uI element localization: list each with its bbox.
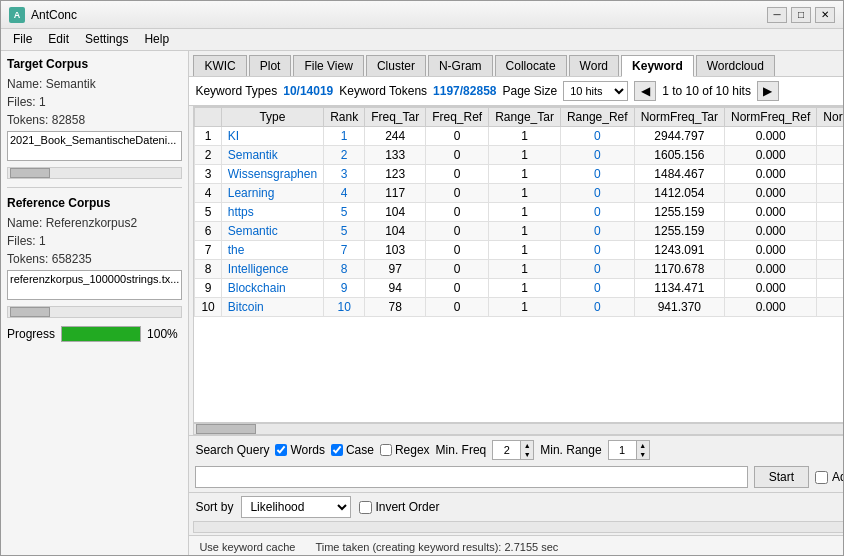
cell-num: 1 — [195, 127, 221, 146]
maximize-button[interactable]: □ — [791, 7, 811, 23]
min-range-up[interactable]: ▲ — [637, 441, 649, 450]
cache-label: Use keyword cache — [199, 541, 295, 553]
cell-num: 10 — [195, 298, 221, 317]
target-file-list[interactable]: 2021_Book_SemantischeDateni... — [7, 131, 182, 161]
tab-plot[interactable]: Plot — [249, 55, 292, 76]
target-corpus-title: Target Corpus — [7, 57, 182, 71]
table-row[interactable]: 9 Blockchain 9 94 0 1 0 1134.471 0.000 — [195, 279, 844, 298]
menu-settings[interactable]: Settings — [77, 31, 136, 48]
cell-num: 9 — [195, 279, 221, 298]
cell-type: Learning — [221, 184, 323, 203]
cell-num: 7 — [195, 241, 221, 260]
bottom-scroll[interactable] — [193, 521, 844, 533]
cell-rangetar: 1 — [489, 203, 561, 222]
cell-normrange — [817, 241, 844, 260]
min-freq-up[interactable]: ▲ — [521, 441, 533, 450]
table-row[interactable]: 10 Bitcoin 10 78 0 1 0 941.370 0.000 — [195, 298, 844, 317]
next-page-button[interactable]: ▶ — [757, 81, 779, 101]
tab-wordcloud[interactable]: Wordcloud — [696, 55, 775, 76]
tab-ngram[interactable]: N-Gram — [428, 55, 493, 76]
cell-rank: 10 — [324, 298, 365, 317]
cell-normfreqref: 0.000 — [725, 203, 817, 222]
tab-keyword[interactable]: Keyword — [621, 55, 694, 77]
cell-normfreqtar: 941.370 — [634, 298, 724, 317]
min-freq-spinner-btns: ▲ ▼ — [520, 440, 534, 460]
table-row[interactable]: 1 KI 1 244 0 1 0 2944.797 0.000 — [195, 127, 844, 146]
close-button[interactable]: ✕ — [815, 7, 835, 23]
words-checkbox[interactable] — [275, 444, 287, 456]
words-label: Words — [290, 443, 324, 457]
cell-normrange — [817, 203, 844, 222]
table-row[interactable]: 2 Semantik 2 133 0 1 0 1605.156 0.000 — [195, 146, 844, 165]
sort-by-label: Sort by — [195, 500, 233, 514]
table-row[interactable]: 5 https 5 104 0 1 0 1255.159 0.000 — [195, 203, 844, 222]
regex-checkbox[interactable] — [380, 444, 392, 456]
table-row[interactable]: 6 Semantic 5 104 0 1 0 1255.159 0.000 — [195, 222, 844, 241]
table-row[interactable]: 3 Wissensgraphen 3 123 0 1 0 1484.467 0.… — [195, 165, 844, 184]
min-range-down[interactable]: ▼ — [637, 450, 649, 459]
data-table-container[interactable]: Type Rank Freq_Tar Freq_Ref Range_Tar Ra… — [193, 106, 844, 423]
menu-edit[interactable]: Edit — [40, 31, 77, 48]
cell-rank: 5 — [324, 203, 365, 222]
menu-help[interactable]: Help — [136, 31, 177, 48]
cell-num: 3 — [195, 165, 221, 184]
sort-select[interactable]: Likelihood Frequency Range Type — [241, 496, 351, 518]
tab-word[interactable]: Word — [569, 55, 619, 76]
min-freq-input[interactable] — [492, 440, 520, 460]
search-input[interactable] — [195, 466, 747, 488]
cell-rangetar: 1 — [489, 165, 561, 184]
target-scrollbar-thumb[interactable] — [10, 168, 50, 178]
cell-rangetar: 1 — [489, 222, 561, 241]
adv-search-label: Adv Search — [815, 470, 844, 484]
target-scrollbar[interactable] — [7, 167, 182, 179]
col-rank: Rank — [324, 108, 365, 127]
cell-rangetar: 1 — [489, 184, 561, 203]
adv-search-checkbox[interactable] — [815, 471, 828, 484]
min-range-input[interactable] — [608, 440, 636, 460]
ref-scrollbar[interactable] — [7, 306, 182, 318]
cell-rangetar: 1 — [489, 298, 561, 317]
sort-row: Sort by Likelihood Frequency Range Type … — [189, 492, 844, 521]
col-normrange: NormRange — [817, 108, 844, 127]
cell-rangeref: 0 — [560, 298, 634, 317]
invert-order-checkbox[interactable] — [359, 501, 372, 514]
progress-label: Progress — [7, 327, 55, 341]
case-label: Case — [346, 443, 374, 457]
title-bar-left: A AntConc — [9, 7, 77, 23]
col-type: Type — [221, 108, 323, 127]
cell-rangetar: 1 — [489, 146, 561, 165]
cell-normfreqtar: 1170.678 — [634, 260, 724, 279]
cell-num: 4 — [195, 184, 221, 203]
progress-fill — [62, 327, 140, 341]
hits-select[interactable]: 10 hits 20 hits 50 hits 100 hits — [563, 81, 628, 101]
tab-collocate[interactable]: Collocate — [495, 55, 567, 76]
cell-normrange — [817, 222, 844, 241]
table-hscroll-thumb[interactable] — [196, 424, 256, 434]
table-row[interactable]: 7 the 7 103 0 1 0 1243.091 0.000 — [195, 241, 844, 260]
case-checkbox[interactable] — [331, 444, 343, 456]
cell-rangeref: 0 — [560, 222, 634, 241]
start-button[interactable]: Start — [754, 466, 809, 488]
tab-cluster[interactable]: Cluster — [366, 55, 426, 76]
search-combo-row: Start Adv Search — [189, 464, 844, 492]
cell-type: Bitcoin — [221, 298, 323, 317]
minimize-button[interactable]: ─ — [767, 7, 787, 23]
table-hscroll[interactable] — [193, 423, 844, 435]
cell-normfreqref: 0.000 — [725, 260, 817, 279]
menu-file[interactable]: File — [5, 31, 40, 48]
cell-rank: 7 — [324, 241, 365, 260]
cell-rank: 3 — [324, 165, 365, 184]
ref-file-list[interactable]: referenzkorpus_100000strings.tx... — [7, 270, 182, 300]
min-freq-label: Min. Freq — [436, 443, 487, 457]
tab-kwic[interactable]: KWIC — [193, 55, 246, 76]
sidebar-divider — [7, 187, 182, 188]
table-row[interactable]: 8 Intelligence 8 97 0 1 0 1170.678 0.000 — [195, 260, 844, 279]
tab-fileview[interactable]: File View — [293, 55, 363, 76]
cell-rank: 2 — [324, 146, 365, 165]
min-range-spinner-btns: ▲ ▼ — [636, 440, 650, 460]
prev-page-button[interactable]: ◀ — [634, 81, 656, 101]
ref-scrollbar-thumb[interactable] — [10, 307, 50, 317]
table-row[interactable]: 4 Learning 4 117 0 1 0 1412.054 0.000 — [195, 184, 844, 203]
min-freq-down[interactable]: ▼ — [521, 450, 533, 459]
title-bar: A AntConc ─ □ ✕ — [1, 1, 843, 29]
